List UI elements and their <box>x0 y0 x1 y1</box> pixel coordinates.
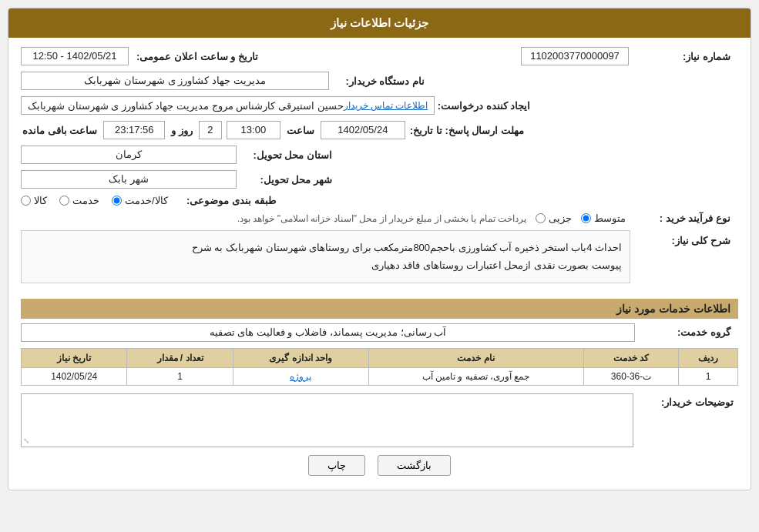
mohlat-date: 1402/05/24 <box>321 121 405 139</box>
cell-vahed: پروژه <box>233 367 368 385</box>
cell-tarikh: 1402/05/24 <box>22 367 127 385</box>
farayand-description: پرداخت تمام یا بخشی از مبلغ خریدار از مح… <box>21 213 526 224</box>
col-tedad: تعداد / مقدار <box>127 348 233 367</box>
mohlat-countdown: 23:17:56 <box>103 121 165 139</box>
sharh-text2: پیوست بصورت نقدی ازمحل اعتبارات روستاهای… <box>29 256 622 274</box>
atelaat-tamas-link[interactable]: اطلاعات تماس خریدار <box>344 100 428 111</box>
radio-kala-khedmat-label: کالا/خدمت <box>125 195 168 206</box>
cell-tedad: 1 <box>127 367 233 385</box>
col-kod: کد خدمت <box>583 348 679 367</box>
khadamat-section-title: اطلاعات خدمات مورد نیاز <box>21 299 738 319</box>
radio-kala-label: کالا <box>34 195 47 206</box>
col-radif: ردیف <box>679 348 738 367</box>
mohlat-time: 13:00 <box>227 121 280 139</box>
radio-motavasset-label: متوسط <box>594 212 626 224</box>
ostan-label: استان محل تحویل: <box>237 149 337 161</box>
ijad-konande-value: حسین استیرقی کارشناس مروج مدیریت جهاد کش… <box>28 100 344 112</box>
mohlat-rooz-label: روز و <box>171 125 193 136</box>
sharh-box: احداث 4باب استخر ذخیره آب کشاورزی باحجم8… <box>21 230 630 283</box>
mohlat-label: مهلت ارسال پاسخ: تا تاریخ: <box>410 125 529 136</box>
cell-radif: 1 <box>679 367 738 385</box>
mohlat-time-label: ساعت <box>287 125 314 136</box>
ostan-value: کرمان <box>21 146 237 164</box>
radio-khedmat-label: خدمت <box>72 195 99 206</box>
nam-dastgah-label: نام دستگاه خریدار: <box>329 75 429 87</box>
cell-nam_khedmat: جمع آوری، تصفیه و تامین آب <box>368 367 583 385</box>
mohlat-countdown-label: ساعت باقی مانده <box>22 125 97 136</box>
grooh-value: آب رسانی؛ مدیریت پسماند، فاضلاب و فعالیت… <box>21 323 635 342</box>
radio-jozei[interactable] <box>536 213 546 223</box>
col-vahed: واحد اندازه گیری <box>233 348 368 367</box>
shomara-niaz-label: شماره نیاز: <box>635 51 735 62</box>
page-title: جزئیات اطلاعات نیاز <box>331 16 428 29</box>
resize-icon: ⤡ <box>23 437 29 445</box>
nam-dastgah-value: مدیریت جهاد کشاورز ی شهرستان شهربابک <box>21 72 329 90</box>
radio-kala-khedmat[interactable] <box>112 196 122 206</box>
shahr-label: شهر محل تحویل: <box>237 174 337 186</box>
col-nam: نام خدمت <box>368 348 583 367</box>
tarikh-label: تاریخ و ساعت اعلان عمومی: <box>136 51 258 62</box>
print-button[interactable]: چاپ <box>308 455 365 476</box>
radio-kala[interactable] <box>21 196 31 206</box>
mohlat-rooz: 2 <box>199 121 222 139</box>
radio-khedmat[interactable] <box>59 196 69 206</box>
back-button[interactable]: بازگشت <box>378 455 451 476</box>
radio-jozei-label: جزیی <box>549 212 572 224</box>
tozihat-box[interactable]: ⤡ <box>21 393 633 447</box>
cell-kod_khedmat: ت-36-360 <box>583 367 679 385</box>
table-row: 1ت-36-360جمع آوری، تصفیه و تامین آبپروژه… <box>22 367 738 385</box>
tarikh-value: 1402/05/21 - 12:50 <box>21 47 129 65</box>
shomara-niaz-value: 1102003770000097 <box>521 47 629 65</box>
tozihat-label: توضیحات خریدار: <box>638 393 738 408</box>
shahr-value: شهر بابک <box>21 170 237 189</box>
ijad-konande-label: ایجاد کننده درخواست: <box>435 100 535 112</box>
nooe-farayand-label: نوع فرآیند خرید : <box>635 212 735 224</box>
services-table: ردیف کد خدمت نام خدمت واحد اندازه گیری ت… <box>21 348 738 386</box>
page-header: جزئیات اطلاعات نیاز <box>8 8 751 38</box>
col-tarikh: تاریخ نیاز <box>22 348 127 367</box>
grooh-label: گروه خدمت: <box>635 326 735 338</box>
sharh-text1: احداث 4باب استخر ذخیره آب کشاورزی باحجم8… <box>29 239 622 256</box>
tabaqebandi-label: طبقه بندی موضوعی: <box>180 195 280 206</box>
radio-motavasset[interactable] <box>581 213 591 223</box>
sharh-label: شرح کلی نیاز: <box>635 230 735 246</box>
